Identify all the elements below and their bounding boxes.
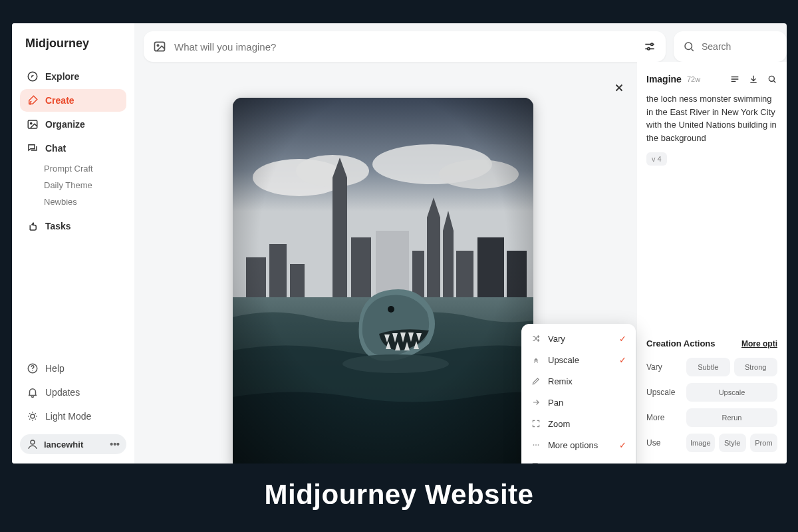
- ctx-label: Use in prompt: [548, 462, 602, 464]
- more-icon[interactable]: •••: [110, 439, 120, 450]
- check-icon: ✓: [619, 462, 626, 464]
- rp-actions-title: Creation Actions: [646, 338, 716, 348]
- action-label: Vary: [646, 362, 681, 372]
- arrow-right-icon: [531, 397, 541, 408]
- nav-label: Updates: [45, 387, 80, 398]
- nav-chat-sub-0[interactable]: Prompt Craft: [20, 161, 126, 176]
- search-bar[interactable]: [674, 31, 787, 62]
- brush-icon: [27, 94, 39, 106]
- topbar: [134, 23, 787, 62]
- nav-help[interactable]: Help: [20, 357, 126, 380]
- svg-point-9: [157, 45, 159, 47]
- bell-icon: [27, 386, 39, 398]
- sun-icon: [27, 410, 39, 422]
- download-icon[interactable]: [748, 74, 759, 84]
- ctx-label: Pan: [548, 398, 563, 408]
- upscale-button[interactable]: Upscale: [686, 383, 777, 402]
- svg-point-6: [31, 414, 35, 418]
- expand-icon: [531, 418, 541, 429]
- nav-label: Chat: [45, 143, 66, 154]
- ctx-label: Remix: [548, 376, 573, 386]
- svg-marker-1: [31, 75, 35, 78]
- svg-point-50: [769, 76, 774, 81]
- svg-point-10: [651, 43, 653, 45]
- nav-light-mode[interactable]: Light Mode: [20, 405, 126, 428]
- nav-label: Explore: [45, 71, 79, 82]
- avatar-icon: [27, 438, 39, 450]
- action-row-use: Use Image Style Prom: [646, 434, 777, 452]
- version-badge: v 4: [646, 152, 667, 166]
- rp-prompt-text: the loch ness monster swimming in the Ea…: [646, 92, 777, 144]
- nav-chat-sub-1[interactable]: Daily Theme: [20, 178, 126, 193]
- close-button[interactable]: [610, 79, 628, 96]
- ctx-vary[interactable]: Vary ✓: [521, 328, 636, 349]
- ctx-more[interactable]: More options ✓: [521, 434, 636, 456]
- search-icon[interactable]: [767, 74, 777, 84]
- use-prompt-button[interactable]: Prom: [750, 434, 777, 452]
- username: lancewhit: [44, 440, 83, 450]
- chat-icon: [27, 142, 39, 154]
- rp-more-options-link[interactable]: More opti: [741, 339, 777, 348]
- rp-age: 72w: [687, 75, 700, 83]
- rp-actions-header: Creation Actions More opti: [646, 338, 777, 348]
- image-icon: [27, 118, 39, 130]
- page-caption: Midjourney Website: [0, 479, 798, 511]
- action-label: More: [646, 413, 681, 422]
- ctx-use[interactable]: Use in prompt ✓: [521, 456, 636, 464]
- rerun-button[interactable]: Rerun: [686, 408, 777, 427]
- vary-subtle-button[interactable]: Subtle: [686, 358, 730, 376]
- svg-point-7: [31, 440, 35, 444]
- thumbs-up-icon: [27, 220, 39, 232]
- vary-strong-button[interactable]: Strong: [734, 358, 778, 376]
- ctx-label: More options: [548, 440, 598, 450]
- nav-chat-sub-2[interactable]: Newbies: [20, 194, 126, 209]
- ctx-remix[interactable]: Remix: [521, 370, 636, 392]
- nav-tasks[interactable]: Tasks: [20, 215, 126, 237]
- nav-secondary: Help Updates Light Mode: [20, 357, 126, 428]
- shuffle-icon: [531, 333, 541, 344]
- ctx-pan[interactable]: Pan: [521, 392, 636, 413]
- list-icon[interactable]: [730, 74, 740, 84]
- right-panel: Imagine 72w the loch ness monster swimmi…: [637, 62, 787, 464]
- action-label: Upscale: [646, 388, 681, 397]
- svg-point-48: [538, 444, 539, 446]
- ctx-upscale[interactable]: Upscale ✓: [521, 349, 636, 370]
- nav-create[interactable]: Create: [20, 89, 126, 112]
- image-icon: [153, 40, 166, 53]
- check-icon: ✓: [619, 334, 626, 344]
- ctx-zoom[interactable]: Zoom: [521, 413, 636, 434]
- check-icon: ✓: [619, 355, 626, 365]
- use-image-button[interactable]: Image: [686, 434, 715, 452]
- nav-explore[interactable]: Explore: [20, 65, 126, 88]
- nav-primary: Explore Create Organize Chat P: [20, 65, 126, 237]
- image-plus-icon: [531, 461, 541, 464]
- canvas-area: Vary ✓ Upscale ✓ Remix Pan: [134, 62, 787, 464]
- svg-point-11: [648, 48, 650, 50]
- svg-point-47: [535, 444, 537, 446]
- prompt-bar[interactable]: [144, 31, 666, 62]
- prompt-input[interactable]: [174, 41, 643, 53]
- logo: Midjourney: [20, 33, 126, 65]
- pencil-icon: [531, 376, 541, 386]
- action-row-vary: Vary Subtle Strong: [646, 358, 777, 376]
- nav-updates[interactable]: Updates: [20, 381, 126, 404]
- nav-organize[interactable]: Organize: [20, 113, 126, 136]
- action-row-upscale: Upscale Upscale: [646, 383, 777, 402]
- user-pill[interactable]: lancewhit •••: [20, 434, 126, 454]
- app-frame: Midjourney Explore Create Organize: [12, 23, 787, 464]
- sidebar: Midjourney Explore Create Organize: [12, 23, 134, 464]
- ctx-label: Vary: [548, 334, 565, 344]
- ctx-label: Zoom: [548, 419, 570, 429]
- search-input[interactable]: [702, 41, 777, 52]
- check-icon: ✓: [619, 440, 626, 450]
- generated-image[interactable]: [233, 98, 533, 464]
- nav-chat[interactable]: Chat: [20, 137, 126, 160]
- nav-label: Tasks: [45, 221, 71, 231]
- svg-rect-45: [233, 98, 533, 464]
- use-style-button[interactable]: Style: [719, 434, 746, 452]
- compass-icon: [27, 70, 39, 82]
- sliders-icon[interactable]: [643, 40, 656, 53]
- chevrons-up-icon: [531, 354, 541, 365]
- nav-label: Organize: [45, 119, 85, 130]
- help-icon: [27, 362, 39, 374]
